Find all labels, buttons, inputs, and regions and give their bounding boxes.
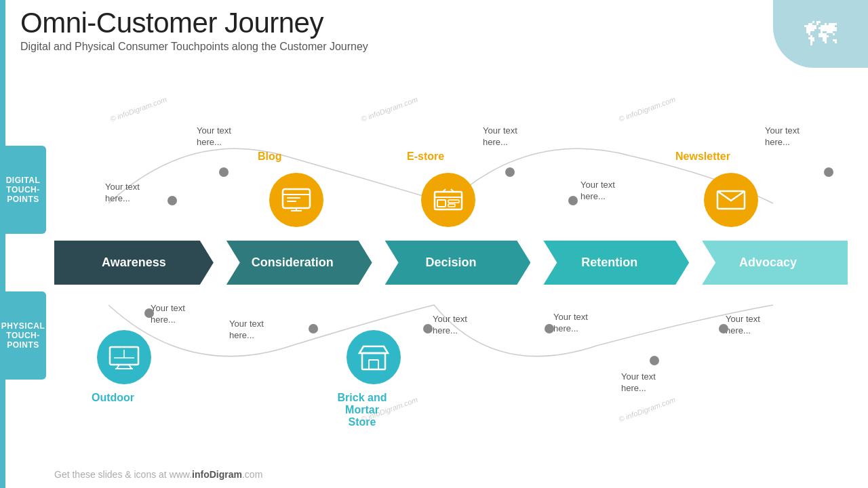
dot-digital-5 [824,167,833,177]
dot-physical-2 [309,324,318,333]
dot-physical-4 [545,324,554,333]
advocacy-segment: Advocacy [688,241,848,285]
dot-digital-4 [568,196,578,205]
watermark-3: © infoDigram.com [618,95,677,123]
estore-icon [421,173,475,227]
page-title: Omni-Customer Journey [20,7,760,39]
dot-digital-1 [167,196,177,205]
decision-segment: Decision [372,241,531,285]
footer-suffix: .com [242,469,262,480]
consideration-segment: Consideration [213,241,372,285]
dot-physical-6 [719,324,728,333]
retention-segment: Retention [530,241,689,285]
dot-text-physical-6: Your texthere... [726,314,760,337]
dot-physical-3 [423,324,433,333]
dot-text-digital-1: Your texthere... [105,182,140,205]
page-subtitle: Digital and Physical Consumer Touchpoint… [20,41,760,53]
estore-label: E-store [407,150,444,163]
svg-rect-20 [362,353,385,369]
map-icon: 🗺 [804,16,837,53]
journey-arrow-bar: Awareness Consideration Decision Retenti… [54,241,848,285]
svg-rect-9 [448,200,459,203]
dot-digital-3 [505,167,515,177]
dot-text-physical-3: Your texthere... [433,314,467,337]
physical-touchpoints-label: Physical Touch- points [0,291,46,380]
dot-digital-2 [219,167,229,177]
dot-physical-5 [650,356,659,365]
outdoor-label: Outdoor [92,392,134,404]
svg-rect-21 [369,360,378,369]
footer-prefix: Get these slides & icons at www. [54,469,192,480]
svg-rect-10 [448,204,455,207]
outdoor-icon [97,330,151,384]
dot-text-physical-5: Your texthere... [621,371,656,394]
header: Omni-Customer Journey Digital and Physic… [20,7,760,53]
dot-text-physical-2: Your texthere... [229,319,264,342]
dot-text-digital-4: Your texthere... [580,180,615,203]
watermark-1: © infoDigram.com [109,95,168,123]
dot-text-digital-3: Your texthere... [483,125,517,148]
blog-icon [269,173,323,227]
dot-physical-1 [144,308,154,318]
svg-rect-8 [437,200,446,207]
dot-text-physical-1: Your texthere... [151,303,185,326]
dot-text-digital-2: Your texthere... [197,125,231,148]
newsletter-icon [704,173,758,227]
newsletter-label: Newsletter [675,150,730,163]
top-accent-bar [0,0,5,488]
brick-mortar-icon [347,330,401,384]
svg-rect-2 [287,197,300,199]
awareness-segment: Awareness [54,241,214,285]
footer: Get these slides & icons at www.infoDigr… [54,469,262,480]
blog-label: Blog [258,150,282,163]
digital-touchpoints-label: Digital Touch- points [0,146,46,234]
dot-text-digital-5: Your texthere... [765,125,800,148]
top-right-decoration: 🗺 [773,0,868,68]
dot-text-physical-4: Your texthere... [553,312,588,335]
brick-mortar-label: Brick and MortarStore [332,392,393,428]
watermark-2: © infoDigram.com [360,95,419,123]
footer-brand: infoDigram [192,469,242,480]
svg-rect-3 [287,201,296,202]
